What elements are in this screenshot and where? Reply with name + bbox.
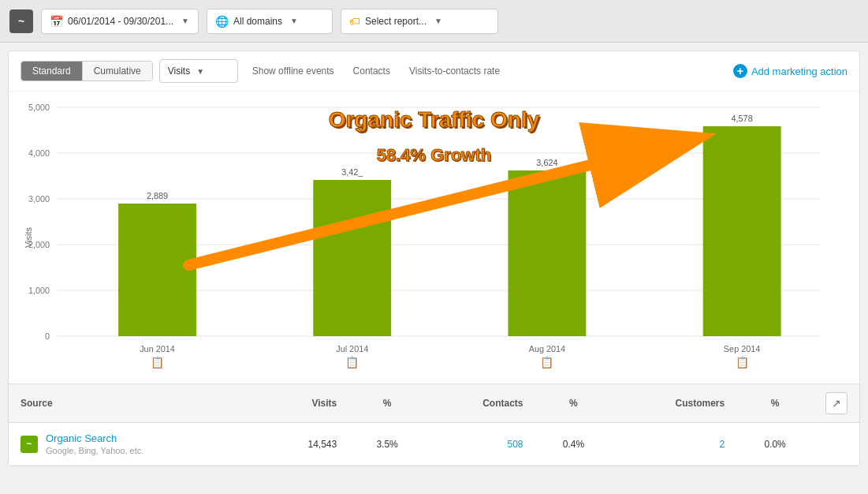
contacts-pct-header: % [535,384,613,423]
date-range-label: 06/01/2014 - 09/30/201... [68,16,173,27]
metric-dropdown[interactable]: Visits ▼ [159,59,238,83]
metric-label: Visits [168,65,190,77]
chart-area: Organic Traffic Only 58.4% Growth Visits… [9,92,859,384]
svg-text:2,889: 2,889 [147,191,168,200]
toolbar: ~ 📅 06/01/2014 - 09/30/201... ▼ 🌐 All do… [0,0,868,43]
customers-header: Customers [612,384,736,423]
svg-text:Jun 2014: Jun 2014 [140,344,175,354]
cumulative-tab[interactable]: Cumulative [83,62,152,80]
main-content: Standard Cumulative Visits ▼ Show offlin… [8,51,860,466]
show-offline-option[interactable]: Show offline events [244,62,342,80]
svg-text:3,42_: 3,42_ [341,167,363,177]
data-table: Source Visits % Contacts % Customers % ↗ [9,384,859,466]
metric-options: Show offline events Contacts Visits-to-c… [244,62,727,80]
svg-text:Aug 2014: Aug 2014 [529,344,566,354]
bar-jun[interactable] [118,204,196,336]
source-name[interactable]: Organic Search [46,432,143,444]
calendar-icon: 📅 [50,15,63,28]
report-label: Select report... [365,16,427,27]
chevron-down-icon: ▼ [290,17,298,25]
svg-text:4,578: 4,578 [732,114,753,123]
visits-pct-header: % [348,384,426,423]
standard-tab[interactable]: Standard [21,62,83,80]
svg-text:5,000: 5,000 [28,103,50,112]
chevron-down-icon: ▼ [434,17,442,25]
report-dropdown[interactable]: 🏷 Select report... ▼ [341,9,498,34]
domains-dropdown[interactable]: 🌐 All domains ▼ [207,9,333,34]
domains-label: All domains [233,16,282,27]
chevron-down-icon: ▼ [196,67,204,76]
table-row: ~ Organic Search Google, Bing, Yahoo, et… [9,423,859,466]
source-header: Source [9,384,259,423]
source-cell: ~ Organic Search Google, Bing, Yahoo, et… [9,423,259,466]
svg-text:Sep 2014: Sep 2014 [724,344,761,354]
contacts-value: 508 [426,423,535,466]
svg-text:Jul 2014: Jul 2014 [336,344,368,354]
visits-pct-value: 3.5% [348,423,426,466]
y-axis-label: Visits [24,227,33,248]
add-marketing-action-button[interactable]: + Add marketing action [733,64,848,78]
svg-line-25 [188,139,695,265]
svg-text:3,000: 3,000 [28,194,50,204]
row-export-cell [814,423,859,466]
source-info: Organic Search Google, Bing, Yahoo, etc. [46,432,143,455]
svg-text:0: 0 [45,331,50,341]
source-icon: ~ [20,436,38,453]
chevron-down-icon: ▼ [181,17,189,25]
contacts-link[interactable]: 508 [508,439,523,450]
view-toggle: Standard Cumulative [20,61,153,81]
svg-text:3,624: 3,624 [536,158,557,167]
svg-text:📋: 📋 [736,356,750,369]
bar-sep[interactable] [703,126,781,336]
customers-link[interactable]: 2 [720,439,725,450]
tag-icon: 🏷 [349,15,360,28]
customers-value: 2 [612,423,736,466]
source-sub: Google, Bing, Yahoo, etc. [46,446,143,455]
export-header: ↗ [814,384,859,423]
contacts-option[interactable]: Contacts [345,62,398,80]
chart-header: Standard Cumulative Visits ▼ Show offlin… [9,51,859,92]
table-header-row: Source Visits % Contacts % Customers % ↗ [9,384,859,423]
bar-jul[interactable] [313,180,391,336]
svg-text:📋: 📋 [540,356,554,369]
customers-pct-header: % [736,384,814,423]
svg-text:1,000: 1,000 [28,286,50,295]
svg-text:📋: 📋 [151,356,165,369]
visits-to-contacts-option[interactable]: Visits-to-contacts rate [401,62,508,80]
visits-value: 14,543 [259,423,349,466]
add-marketing-label: Add marketing action [751,65,848,77]
bar-aug[interactable] [508,170,586,336]
export-button[interactable]: ↗ [825,392,848,414]
customers-pct-value: 0.0% [736,423,814,466]
date-range-dropdown[interactable]: 📅 06/01/2014 - 09/30/201... ▼ [41,9,199,34]
contacts-header: Contacts [426,384,535,423]
data-table-container: Source Visits % Contacts % Customers % ↗ [9,384,859,466]
visits-header: Visits [259,384,349,423]
globe-icon: 🌐 [215,15,229,28]
svg-text:4,000: 4,000 [28,148,50,158]
plus-icon: + [733,64,747,78]
logo-icon: ~ [18,15,24,28]
contacts-pct-value: 0.4% [535,423,613,466]
chart-svg: 5,000 4,000 3,000 2,000 1,000 0 2,889 Ju… [56,107,820,336]
logo: ~ [9,9,33,33]
svg-text:📋: 📋 [345,356,359,369]
